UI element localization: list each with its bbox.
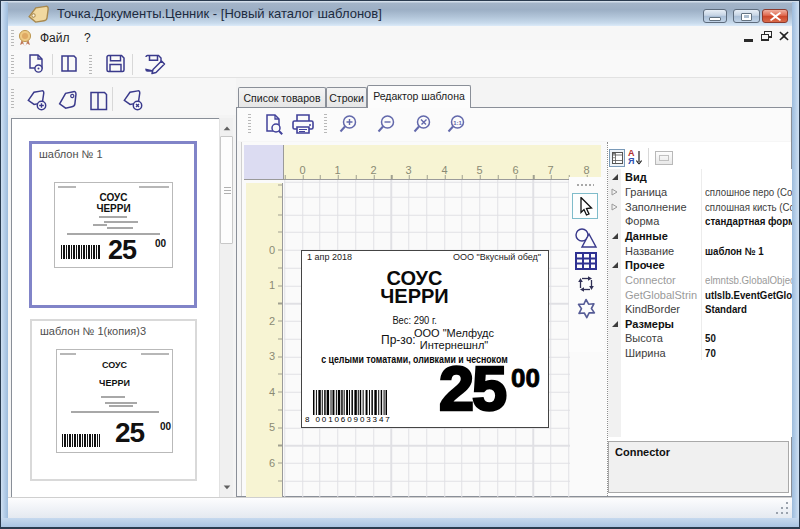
svg-text:1:1: 1:1 <box>453 120 462 126</box>
